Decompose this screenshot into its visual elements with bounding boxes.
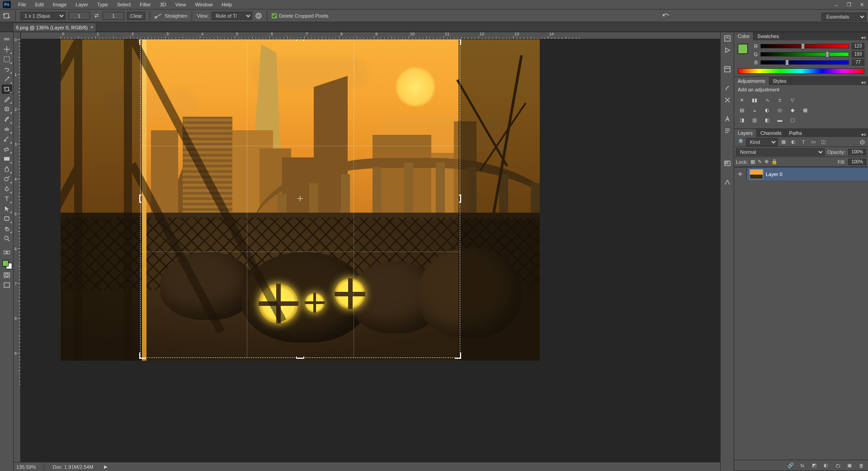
color-foreground-swatch[interactable] [738,44,748,54]
healing-brush-tool[interactable] [2,105,12,114]
filter-smart-icon[interactable]: ◫ [819,138,827,146]
color-balance-icon[interactable]: ⟁ [750,106,759,114]
opacity-value[interactable]: 100% [848,149,866,155]
channel-slider-g[interactable] [760,52,849,57]
navigator-panel-icon[interactable] [722,159,732,168]
layer-blend-mode-select[interactable]: Normal [736,148,825,156]
clone-stamp-tool[interactable] [2,124,12,133]
panel-menu-icon[interactable]: ▾≡ [861,35,866,40]
layer-thumbnail[interactable] [750,169,763,179]
crop-ratio-preset-select[interactable]: 1 x 1 (Square) [20,12,66,20]
curves-icon[interactable]: ∿ [763,96,771,104]
canvas-viewport[interactable] [21,39,720,462]
crop-ratio-width-input[interactable] [68,12,90,20]
ruler-horizontal[interactable]: 01234567891011121314 [21,32,720,39]
posterize-icon[interactable]: ▥ [750,116,759,124]
eyedropper-tool[interactable] [2,95,12,104]
tab-color[interactable]: Color [734,32,754,40]
layer-style-icon[interactable]: fx [798,461,807,470]
fill-value[interactable]: 100% [848,159,866,165]
screen-mode-toggle[interactable] [2,281,12,289]
layer-row[interactable]: 👁 Layer 0 [734,167,868,181]
properties-panel-icon[interactable] [722,65,732,74]
status-menu-arrow-icon[interactable]: ▶ [104,464,108,469]
gradient-map-icon[interactable]: ▬ [776,116,784,124]
workspace-select[interactable]: Essentials [821,13,866,21]
panel-menu-icon[interactable]: ▾≡ [861,80,866,85]
bw-icon[interactable]: ◐ [763,106,771,114]
pen-tool[interactable] [2,184,12,193]
tab-adjustments[interactable]: Adjustments [734,77,769,85]
document-tab[interactable]: 9.png @ 136% (Layer 0, RGB/8) × [13,23,96,32]
status-zoom[interactable]: 135.59% [16,464,36,470]
status-doc-size[interactable]: Doc: 1.91M/2.54M [52,464,93,470]
delete-layer-icon[interactable]: 🗑 [857,461,865,470]
brush-presets-panel-icon[interactable] [722,95,732,105]
reset-crop-icon[interactable] [662,12,669,19]
filter-toggle[interactable]: ⏻ [858,138,866,146]
move-tool[interactable] [2,45,12,54]
levels-icon[interactable]: ▮▮ [750,96,759,104]
channel-value-g[interactable]: 193 [852,51,864,57]
type-tool[interactable] [2,194,12,203]
color-spectrum[interactable] [738,68,864,74]
threshold-icon[interactable]: ◧ [763,116,771,124]
zoom-tool[interactable] [2,234,12,243]
clear-ratio-button[interactable]: Clear [127,12,145,20]
layer-filter-kind-icon[interactable]: 🔎 [736,138,744,146]
layer-visibility-toggle[interactable]: 👁 [734,167,747,181]
actions-panel-icon[interactable] [722,46,732,55]
window-minimize-button[interactable]: – [830,0,843,10]
delete-cropped-checkbox[interactable]: Delete Cropped Pixels [272,13,328,19]
lasso-tool[interactable] [2,65,12,74]
menu-edit[interactable]: Edit [31,0,48,9]
channel-mixer-icon[interactable]: ◆ [788,106,797,114]
ruler-vertical[interactable]: 0123456789 [14,32,21,462]
vibrance-icon[interactable]: ▽ [788,96,797,104]
layer-name[interactable]: Layer 0 [766,171,783,177]
window-maximize-button[interactable]: ❐ [843,0,855,10]
menu-view[interactable]: View [171,0,191,9]
channel-slider-r[interactable] [760,44,849,48]
filter-adjustment-icon[interactable]: ◐ [789,138,797,146]
lock-transparent-icon[interactable]: ▩ [750,159,755,165]
eraser-tool[interactable] [2,144,12,153]
dodge-tool[interactable] [2,174,12,183]
history-panel-icon[interactable] [722,34,732,43]
brushes-panel-icon[interactable] [722,84,732,93]
info-panel-icon[interactable] [722,178,732,187]
menu-type[interactable]: Type [93,0,113,9]
default-swatches-icon[interactable] [2,248,12,257]
filter-type-icon[interactable]: T [799,138,807,146]
color-lookup-icon[interactable]: ▦ [801,106,809,114]
window-close-button[interactable]: ✕ [855,0,868,10]
tab-styles[interactable]: Styles [769,77,791,85]
menu-select[interactable]: Select [113,0,136,9]
link-layers-icon[interactable]: 🔗 [787,461,795,470]
brush-tool[interactable] [2,114,12,124]
new-layer-icon[interactable]: ▣ [845,461,854,470]
magic-wand-tool[interactable] [2,75,12,84]
grip-icon[interactable] [2,35,12,44]
straighten-icon[interactable] [155,12,162,19]
crop-options-gear-icon[interactable] [255,12,262,19]
lock-all-icon[interactable]: 🔒 [771,159,778,165]
menu-help[interactable]: Help [217,0,237,9]
crop-tool[interactable] [2,85,12,94]
document-canvas[interactable] [61,39,540,361]
tab-layers[interactable]: Layers [734,129,757,137]
channel-slider-b[interactable] [760,60,849,65]
channel-value-b[interactable]: 77 [852,59,864,66]
add-mask-icon[interactable]: ◩ [810,461,818,470]
quick-mask-toggle[interactable] [2,271,12,279]
shape-tool[interactable] [2,214,12,223]
menu-filter[interactable]: Filter [135,0,155,9]
paragraph-panel-icon[interactable] [722,126,732,135]
lock-position-icon[interactable]: ✥ [764,159,769,165]
menu-window[interactable]: Window [190,0,217,9]
crop-view-select[interactable]: Rule of Thirds [212,12,252,20]
delete-cropped-checkbox-input[interactable] [272,13,277,19]
menu-3d[interactable]: 3D [156,0,171,9]
brightness-contrast-icon[interactable]: ☀ [738,96,746,104]
menu-layer[interactable]: Layer [71,0,93,9]
